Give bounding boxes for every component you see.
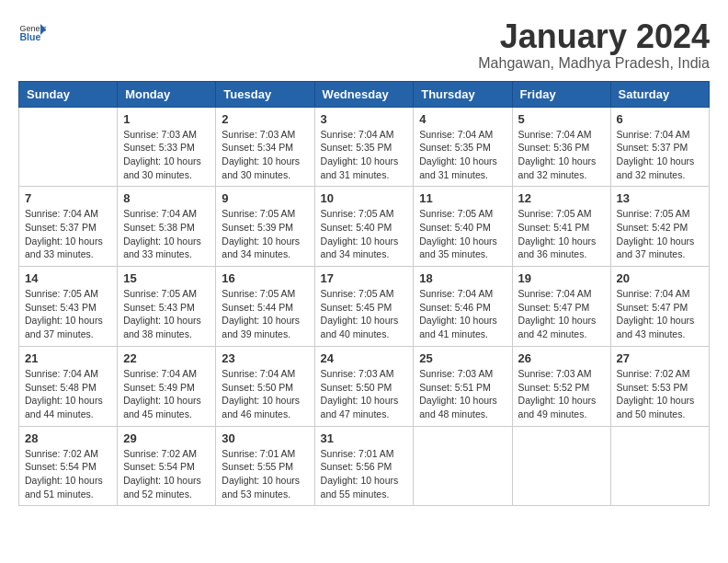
calendar-cell: 18Sunrise: 7:04 AM Sunset: 5:46 PM Dayli… [414,267,512,347]
day-header-monday: Monday [118,81,216,107]
day-number: 3 [321,112,408,126]
day-header-saturday: Saturday [610,81,709,107]
calendar-cell: 30Sunrise: 7:01 AM Sunset: 5:55 PM Dayli… [216,426,314,506]
calendar-header-row: SundayMondayTuesdayWednesdayThursdayFrid… [19,81,710,107]
calendar-cell: 24Sunrise: 7:03 AM Sunset: 5:50 PM Dayli… [314,346,414,426]
day-number: 22 [123,351,210,365]
day-info: Sunrise: 7:05 AM Sunset: 5:42 PM Dayligh… [617,207,703,261]
day-info: Sunrise: 7:02 AM Sunset: 5:54 PM Dayligh… [123,447,210,501]
day-number: 30 [222,431,308,445]
day-header-tuesday: Tuesday [216,81,314,107]
calendar-cell: 17Sunrise: 7:05 AM Sunset: 5:45 PM Dayli… [314,267,414,347]
calendar-cell: 1Sunrise: 7:03 AM Sunset: 5:33 PM Daylig… [118,107,216,187]
week-row-3: 14Sunrise: 7:05 AM Sunset: 5:43 PM Dayli… [19,267,710,347]
day-number: 23 [222,351,308,365]
week-row-5: 28Sunrise: 7:02 AM Sunset: 5:54 PM Dayli… [19,426,710,506]
week-row-1: 1Sunrise: 7:03 AM Sunset: 5:33 PM Daylig… [19,107,710,187]
month-title: January 2024 [478,18,710,55]
day-info: Sunrise: 7:04 AM Sunset: 5:50 PM Dayligh… [222,367,308,421]
calendar-cell: 9Sunrise: 7:05 AM Sunset: 5:39 PM Daylig… [216,187,314,267]
day-number: 18 [419,271,506,285]
day-info: Sunrise: 7:04 AM Sunset: 5:47 PM Dayligh… [617,287,703,341]
day-number: 26 [518,351,605,365]
day-info: Sunrise: 7:04 AM Sunset: 5:35 PM Dayligh… [419,128,506,182]
day-info: Sunrise: 7:04 AM Sunset: 5:47 PM Dayligh… [518,287,605,341]
day-number: 29 [123,431,210,445]
location-title: Mahgawan, Madhya Pradesh, India [478,55,710,72]
day-number: 6 [617,112,703,126]
day-info: Sunrise: 7:03 AM Sunset: 5:33 PM Dayligh… [123,128,210,182]
calendar-table: SundayMondayTuesdayWednesdayThursdayFrid… [18,81,710,507]
title-section: January 2024 Mahgawan, Madhya Pradesh, I… [478,18,710,72]
page-header: General Blue January 2024 Mahgawan, Madh… [18,18,710,72]
svg-text:Blue: Blue [20,31,41,42]
day-info: Sunrise: 7:05 AM Sunset: 5:43 PM Dayligh… [25,287,111,341]
calendar-cell: 4Sunrise: 7:04 AM Sunset: 5:35 PM Daylig… [414,107,512,187]
calendar-cell [414,426,512,506]
day-info: Sunrise: 7:02 AM Sunset: 5:54 PM Dayligh… [25,447,111,501]
day-info: Sunrise: 7:04 AM Sunset: 5:38 PM Dayligh… [123,207,210,261]
calendar-cell [512,426,610,506]
day-info: Sunrise: 7:04 AM Sunset: 5:37 PM Dayligh… [25,207,111,261]
day-number: 19 [518,271,605,285]
calendar-cell: 25Sunrise: 7:03 AM Sunset: 5:51 PM Dayli… [414,346,512,426]
day-number: 12 [518,191,605,205]
day-number: 11 [419,191,506,205]
day-number: 28 [25,431,111,445]
day-number: 13 [617,191,703,205]
day-number: 31 [321,431,408,445]
day-info: Sunrise: 7:03 AM Sunset: 5:51 PM Dayligh… [419,367,506,421]
calendar-cell: 6Sunrise: 7:04 AM Sunset: 5:37 PM Daylig… [610,107,709,187]
calendar-cell: 23Sunrise: 7:04 AM Sunset: 5:50 PM Dayli… [216,346,314,426]
day-number: 24 [321,351,408,365]
day-info: Sunrise: 7:03 AM Sunset: 5:34 PM Dayligh… [222,128,308,182]
day-info: Sunrise: 7:05 AM Sunset: 5:39 PM Dayligh… [222,207,308,261]
day-info: Sunrise: 7:05 AM Sunset: 5:40 PM Dayligh… [419,207,506,261]
calendar-cell: 7Sunrise: 7:04 AM Sunset: 5:37 PM Daylig… [19,187,118,267]
day-info: Sunrise: 7:04 AM Sunset: 5:35 PM Dayligh… [321,128,408,182]
calendar-cell: 3Sunrise: 7:04 AM Sunset: 5:35 PM Daylig… [314,107,414,187]
calendar-cell: 27Sunrise: 7:02 AM Sunset: 5:53 PM Dayli… [610,346,709,426]
calendar-cell: 21Sunrise: 7:04 AM Sunset: 5:48 PM Dayli… [19,346,118,426]
calendar-cell: 15Sunrise: 7:05 AM Sunset: 5:43 PM Dayli… [118,267,216,347]
day-header-sunday: Sunday [19,81,118,107]
calendar-cell: 16Sunrise: 7:05 AM Sunset: 5:44 PM Dayli… [216,267,314,347]
day-header-thursday: Thursday [414,81,512,107]
day-info: Sunrise: 7:05 AM Sunset: 5:40 PM Dayligh… [321,207,408,261]
day-info: Sunrise: 7:05 AM Sunset: 5:41 PM Dayligh… [518,207,605,261]
day-info: Sunrise: 7:04 AM Sunset: 5:37 PM Dayligh… [617,128,703,182]
day-number: 25 [419,351,506,365]
day-info: Sunrise: 7:03 AM Sunset: 5:52 PM Dayligh… [518,367,605,421]
calendar-cell: 14Sunrise: 7:05 AM Sunset: 5:43 PM Dayli… [19,267,118,347]
day-number: 15 [123,271,210,285]
day-info: Sunrise: 7:05 AM Sunset: 5:43 PM Dayligh… [123,287,210,341]
day-number: 7 [25,191,111,205]
calendar-cell: 29Sunrise: 7:02 AM Sunset: 5:54 PM Dayli… [118,426,216,506]
day-info: Sunrise: 7:02 AM Sunset: 5:53 PM Dayligh… [617,367,703,421]
day-number: 4 [419,112,506,126]
day-number: 21 [25,351,111,365]
day-number: 2 [222,112,308,126]
day-number: 10 [321,191,408,205]
day-number: 20 [617,271,703,285]
calendar-cell [610,426,709,506]
week-row-4: 21Sunrise: 7:04 AM Sunset: 5:48 PM Dayli… [19,346,710,426]
calendar-cell: 26Sunrise: 7:03 AM Sunset: 5:52 PM Dayli… [512,346,610,426]
day-number: 9 [222,191,308,205]
calendar-cell: 19Sunrise: 7:04 AM Sunset: 5:47 PM Dayli… [512,267,610,347]
calendar-cell: 20Sunrise: 7:04 AM Sunset: 5:47 PM Dayli… [610,267,709,347]
calendar-cell: 22Sunrise: 7:04 AM Sunset: 5:49 PM Dayli… [118,346,216,426]
calendar-cell: 13Sunrise: 7:05 AM Sunset: 5:42 PM Dayli… [610,187,709,267]
calendar-cell [19,107,118,187]
day-number: 17 [321,271,408,285]
day-number: 16 [222,271,308,285]
day-number: 5 [518,112,605,126]
week-row-2: 7Sunrise: 7:04 AM Sunset: 5:37 PM Daylig… [19,187,710,267]
day-info: Sunrise: 7:04 AM Sunset: 5:46 PM Dayligh… [419,287,506,341]
day-info: Sunrise: 7:04 AM Sunset: 5:36 PM Dayligh… [518,128,605,182]
calendar-cell: 28Sunrise: 7:02 AM Sunset: 5:54 PM Dayli… [19,426,118,506]
day-info: Sunrise: 7:01 AM Sunset: 5:56 PM Dayligh… [321,447,408,501]
day-info: Sunrise: 7:05 AM Sunset: 5:45 PM Dayligh… [321,287,408,341]
calendar-cell: 5Sunrise: 7:04 AM Sunset: 5:36 PM Daylig… [512,107,610,187]
day-number: 27 [617,351,703,365]
